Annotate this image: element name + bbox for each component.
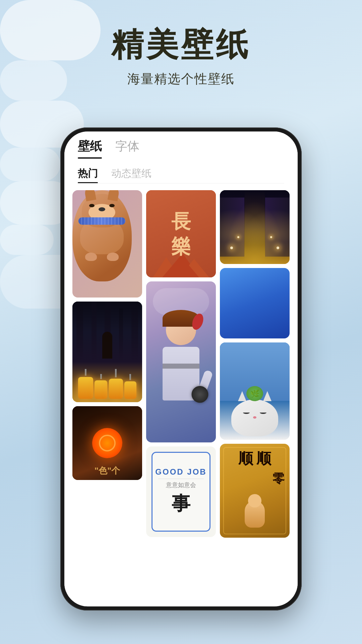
orange-bottom-text: "色"个 bbox=[72, 465, 142, 477]
wallpaper-col-3: 🌿 顺 顺 bbox=[220, 190, 290, 591]
good-job-text: GOOD JOB bbox=[155, 467, 206, 477]
sub-tab-hot[interactable]: 热门 bbox=[78, 167, 98, 183]
phone-mockup: 壁纸 字体 热门 动态壁纸 bbox=[60, 127, 302, 610]
wallpaper-item-chinese[interactable]: 長樂 bbox=[146, 190, 216, 277]
sub-tab-live[interactable]: 动态壁纸 bbox=[111, 167, 152, 183]
tab-wallpaper[interactable]: 壁纸 bbox=[78, 138, 102, 159]
good-job-sub: 意意如意会 bbox=[166, 481, 196, 489]
tab-font[interactable]: 字体 bbox=[115, 138, 139, 159]
ny-text-1: 顺 bbox=[238, 449, 253, 469]
wallpaper-item-cat[interactable]: 🌿 bbox=[220, 342, 290, 440]
main-title: 精美壁纸 bbox=[0, 27, 362, 62]
wallpaper-item-anime[interactable] bbox=[146, 281, 216, 442]
chinese-text: 長樂 bbox=[171, 209, 191, 259]
wallpaper-item-goodjob[interactable]: GOOD JOB 意意如意会 事 bbox=[146, 446, 216, 537]
wallpaper-item-street[interactable] bbox=[220, 190, 290, 264]
header-area: 精美壁纸 海量精选个性壁纸 bbox=[0, 27, 362, 88]
sub-title: 海量精选个性壁纸 bbox=[0, 70, 362, 88]
top-tab-bar: 壁纸 字体 bbox=[64, 131, 298, 159]
street-lights bbox=[220, 190, 290, 264]
wallpaper-item-blue[interactable] bbox=[220, 268, 290, 338]
wallpaper-item-orange[interactable]: "色"个 bbox=[72, 406, 142, 480]
good-job-char: 事 bbox=[172, 491, 190, 517]
wallpaper-item-forest[interactable] bbox=[72, 302, 142, 402]
wallpaper-col-1: "色"个 bbox=[72, 190, 142, 591]
ny-text-2: 顺 bbox=[256, 449, 271, 469]
ny-text-3: 零 bbox=[273, 471, 285, 487]
phone-screen: 壁纸 字体 热门 动态壁纸 bbox=[64, 131, 298, 606]
wallpaper-grid: "色"个 長樂 bbox=[64, 183, 298, 591]
sub-tab-bar: 热门 动态壁纸 bbox=[64, 159, 298, 183]
wallpaper-item-dog[interactable] bbox=[72, 190, 142, 298]
bg-cloud-6 bbox=[0, 225, 54, 255]
wallpaper-item-chinese-ny[interactable]: 顺 顺 零 bbox=[220, 444, 290, 538]
wallpaper-col-2: 長樂 bbox=[146, 190, 216, 591]
bg-cloud-4 bbox=[0, 148, 60, 181]
dog-image bbox=[72, 190, 132, 281]
